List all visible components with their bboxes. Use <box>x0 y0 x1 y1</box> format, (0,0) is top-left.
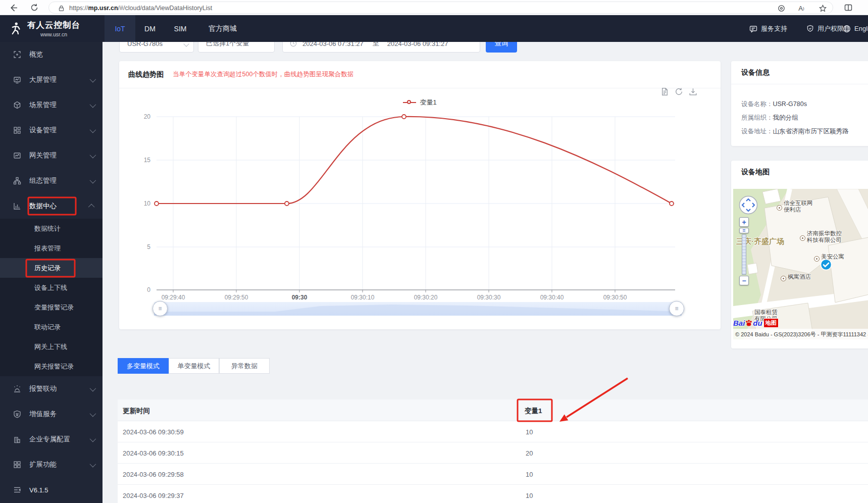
sidebar: 概览 大屏管理 场景管理 设备管理 网关管理 组态管理 数据中心 数据统计 报表… <box>0 42 103 503</box>
favorite-star-icon[interactable] <box>816 2 829 14</box>
baidu-maps-logo: Bai du 地图 <box>733 318 779 328</box>
split-screen-icon[interactable] <box>842 2 854 14</box>
sidebar-item-datacenter[interactable]: 数据中心 <box>0 193 103 219</box>
legend-label: 变量1 <box>420 98 436 107</box>
sidebar-subitem-gateway-alarm-records[interactable]: 网关报警记录 <box>0 357 103 376</box>
datazoom-left-handle[interactable]: ≡ <box>152 301 168 316</box>
badge-icon <box>13 410 21 418</box>
sidebar-subitem-variable-alarm-records[interactable]: 变量报警记录 <box>0 297 103 317</box>
address-bar[interactable]: https://mp.usr.cn/#/cloud/data/ViewDataH… <box>48 2 833 14</box>
table-row[interactable]: 2024-03-06 09:29:5810 <box>118 464 868 485</box>
chevron-down-icon <box>90 152 96 158</box>
sidebar-item-bigscreen[interactable]: 大屏管理 <box>0 67 103 92</box>
usr-person-icon <box>8 21 23 36</box>
chevron-down-icon <box>90 410 96 417</box>
read-aloud-icon[interactable]: A) <box>795 2 807 14</box>
chart-legend[interactable]: 变量1 <box>119 98 721 107</box>
grid-icon <box>13 461 21 469</box>
device-info-title: 设备信息 <box>741 68 770 77</box>
language-menu[interactable]: English <box>843 15 868 42</box>
refresh-chart-icon[interactable] <box>675 87 683 96</box>
nav-tab-dm[interactable]: DM <box>135 15 165 42</box>
app-header: 有人云控制台 www.usr.cn IoT DM SIM 官方商城 服务支持 用… <box>0 15 868 42</box>
chart-toolbox <box>660 87 697 96</box>
tab-multi-variable[interactable]: 多变量模式 <box>118 358 169 374</box>
nav-tab-sim[interactable]: SIM <box>165 15 196 42</box>
svg-text:09:30:20: 09:30:20 <box>414 294 438 301</box>
download-icon[interactable] <box>689 87 697 96</box>
device-location-marker[interactable] <box>820 259 832 271</box>
y-axis-labels: 20 15 10 5 0 <box>144 113 151 293</box>
device-org-row: 所属组织：我的分组 <box>741 114 798 122</box>
baidu-map[interactable]: + = − 倍全互联网便利店 济南振华数控科技有限公司 三庆·齐盛广场 美安公寓… <box>733 189 868 339</box>
tab-single-variable[interactable]: 单变量模式 <box>169 358 219 374</box>
refresh-icon[interactable] <box>28 2 40 14</box>
sidebar-item-extensions[interactable]: 扩展功能 <box>0 452 103 477</box>
version-label: V6.1.5 <box>29 486 48 494</box>
map-zoom-in-button[interactable]: + <box>739 217 749 227</box>
poi-icon <box>777 205 782 211</box>
svg-text:09:29:40: 09:29:40 <box>162 294 185 301</box>
svg-text:09:30:10: 09:30:10 <box>351 294 375 301</box>
sidebar-item-scene[interactable]: 场景管理 <box>0 92 103 118</box>
sidebar-subitem-linkage-records[interactable]: 联动记录 <box>0 317 103 337</box>
table-row[interactable]: 2024-03-06 09:29:3710 <box>118 485 868 503</box>
sidebar-item-overview[interactable]: 概览 <box>0 42 103 67</box>
map-zoom-track[interactable] <box>742 234 746 275</box>
sidebar-item-value-services[interactable]: 增值服务 <box>0 401 103 427</box>
baidu-paw-icon <box>745 319 753 327</box>
datazoom-slider[interactable]: ≡ ≡ <box>154 302 682 316</box>
table-row[interactable]: 2024-03-06 09:30:5910 <box>118 421 868 442</box>
history-table: 更新时间 变量1 2024-03-06 09:30:5910 2024-03-0… <box>118 399 868 503</box>
line-chart-plot[interactable]: 20 15 10 5 0 09:29:40 09:29:50 09:30 09:… <box>119 107 721 304</box>
svg-text:09:30: 09:30 <box>292 294 308 301</box>
app-subtitle: www.usr.cn <box>27 31 80 37</box>
device-map-card: 设备地图 + = <box>731 161 868 348</box>
table-header: 更新时间 变量1 <box>118 399 868 421</box>
svg-text:09:30:30: 09:30:30 <box>477 294 501 301</box>
svg-text:15: 15 <box>144 157 151 164</box>
device-address-row: 设备地址：山东省济南市历下区颖秀路 <box>741 127 849 136</box>
chevron-up-icon <box>88 204 95 210</box>
datazoom-right-handle[interactable]: ≡ <box>669 301 684 316</box>
sidebar-item-enterprise-config[interactable]: 企业专属配置 <box>0 427 103 452</box>
map-pan-control[interactable] <box>739 195 758 215</box>
chevron-down-icon <box>90 461 96 467</box>
lock-icon[interactable] <box>55 2 67 14</box>
chevron-down-icon <box>90 126 96 133</box>
map-zoom-out-button[interactable]: − <box>739 276 749 285</box>
sidebar-subitem-data-statistics[interactable]: 数据统计 <box>0 219 103 238</box>
sidebar-subitem-device-online-offline[interactable]: 设备上下线 <box>0 278 103 297</box>
svg-text:09:29:50: 09:29:50 <box>225 294 248 301</box>
table-row[interactable]: 2024-03-06 09:30:1520 <box>118 442 868 464</box>
trend-chart-card: 曲线趋势图 当单个变量单次查询超过500个数值时，曲线趋势图呈现聚合数据 变量1 <box>119 61 721 329</box>
nav-tab-shop[interactable]: 官方商城 <box>196 15 249 42</box>
sidebar-subitem-history-records[interactable]: 历史记录 <box>0 258 103 278</box>
permissions-menu[interactable]: 用户权限 <box>806 15 844 42</box>
back-icon[interactable] <box>7 2 19 14</box>
chevron-down-icon <box>90 101 96 108</box>
chevron-down-icon <box>90 76 96 82</box>
topology-icon <box>13 177 21 185</box>
sidebar-subitem-report-management[interactable]: 报表管理 <box>0 238 103 258</box>
sidebar-subitem-gateway-online-offline[interactable]: 网关上下线 <box>0 337 103 357</box>
col-header-time: 更新时间 <box>123 407 150 416</box>
nav-tab-iot[interactable]: IoT <box>105 15 135 42</box>
map-label-hotel: 枫寓酒店 <box>788 274 811 280</box>
sidebar-item-topology[interactable]: 组态管理 <box>0 168 103 193</box>
sidebar-item-device[interactable]: 设备管理 <box>0 118 103 143</box>
location-icon[interactable] <box>775 2 787 14</box>
data-view-icon[interactable] <box>660 87 669 96</box>
sidebar-item-alarm-linkage[interactable]: 报警联动 <box>0 376 103 401</box>
version-row[interactable]: V6.1.5 <box>0 477 103 502</box>
sidebar-item-gateway[interactable]: 网关管理 <box>0 143 103 168</box>
tab-abnormal-data[interactable]: 异常数据 <box>219 358 270 374</box>
globe-icon <box>843 25 851 33</box>
browser-toolbar: https://mp.usr.cn/#/cloud/data/ViewDataH… <box>0 0 868 15</box>
scene-icon <box>13 101 21 109</box>
logo[interactable]: 有人云控制台 www.usr.cn <box>0 15 103 42</box>
alarm-icon <box>13 385 21 393</box>
support-menu[interactable]: 服务支持 <box>749 15 787 42</box>
device-name-row: 设备名称：USR-G780s <box>741 100 807 109</box>
map-zoom-handle[interactable]: = <box>739 228 749 233</box>
